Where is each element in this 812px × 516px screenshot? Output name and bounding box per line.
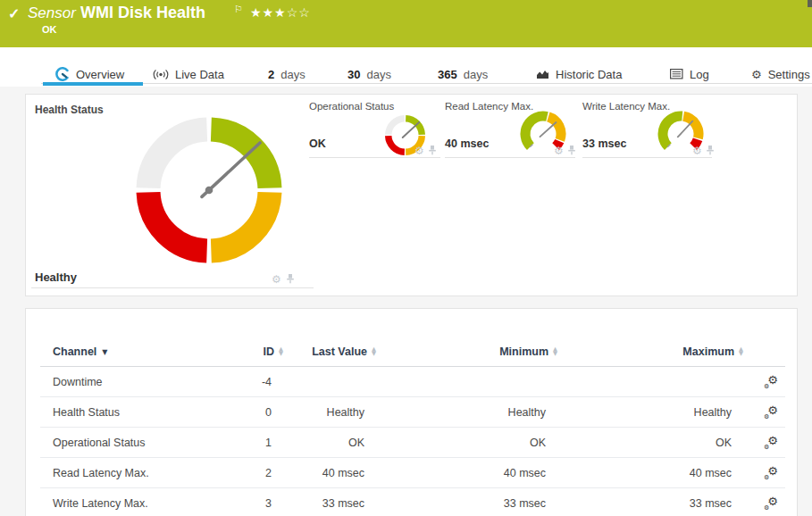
column-header-minimum[interactable]: Minimum ▲▼ [364, 345, 546, 366]
gauge-icon [55, 67, 70, 81]
cell-channel[interactable]: Read Latency Max. [53, 467, 231, 479]
column-header-last-value[interactable]: Last Value ▲▼ [272, 345, 364, 366]
cell-id: 2 [231, 467, 272, 479]
area-chart-icon [536, 69, 549, 79]
table-header-row: Channel ▼ ID ▲▼ Last Value ▲▼ Minimum ▲▼… [40, 309, 785, 367]
gauge-needle [540, 122, 557, 137]
channel-settings-icon[interactable]: ⚙⚙ [764, 466, 778, 480]
channel-settings-icon[interactable]: ⚙⚙ [764, 375, 778, 389]
tab-2-days[interactable]: 2 days [268, 64, 306, 84]
sort-icon: ▲▼ [739, 347, 743, 356]
channel-table-panel: Channel ▼ ID ▲▼ Last Value ▲▼ Minimum ▲▼… [25, 308, 798, 516]
gauge-divider [582, 157, 712, 158]
gear-icon[interactable]: ⚙ [692, 146, 702, 156]
tab-overview[interactable]: Overview [55, 64, 124, 84]
live-data-icon [153, 69, 169, 80]
tab-label: Overview [76, 68, 124, 81]
gauges-panel: Health Status Healthy ⚙ Operational Stat… [25, 94, 798, 296]
cell-minimum: OK [364, 437, 546, 449]
log-list-icon [670, 69, 683, 79]
cell-maximum: 33 msec [546, 497, 732, 510]
cell-minimum: Healthy [364, 406, 546, 419]
gear-icon[interactable]: ⚙ [272, 274, 281, 285]
health-gauge-title: Health Status [35, 104, 104, 116]
cell-channel[interactable]: Downtime [53, 376, 231, 388]
table-row: Health Status 0 Healthy Healthy Healthy … [40, 397, 785, 428]
sort-desc-icon: ▼ [102, 348, 107, 356]
cell-minimum: 33 msec [364, 497, 546, 510]
write-latency-gauge-value: 33 msec [582, 137, 626, 150]
gauge-needle [403, 122, 420, 137]
pin-icon[interactable] [706, 145, 715, 155]
gear-icon[interactable]: ⚙ [554, 146, 564, 156]
status-badge: OK [42, 24, 57, 35]
column-header-channel[interactable]: Channel ▼ [53, 345, 231, 366]
operational-gauge-title: Operational Status [309, 101, 394, 112]
cell-channel[interactable]: Write Latency Max. [53, 497, 231, 510]
gauge-divider [31, 287, 314, 288]
cell-last-value: 40 msec [272, 467, 364, 479]
tab-historic-data[interactable]: Historic Data [536, 64, 622, 84]
gear-icon[interactable]: ⚙ [414, 146, 424, 156]
tab-number: 30 [347, 68, 360, 81]
column-header-id[interactable]: ID ▲▼ [231, 345, 272, 366]
tab-settings[interactable]: ⚙ Settings [751, 64, 810, 84]
channel-settings-icon[interactable]: ⚙⚙ [764, 405, 778, 420]
pin-icon[interactable] [428, 145, 437, 155]
table-row: Operational Status 1 OK OK OK ⚙⚙ [40, 428, 785, 458]
cell-last-value: OK [272, 437, 364, 449]
prtg-sensor-page: ✓ Sensor WMI Disk Health ⚐ ★★★☆☆ OK Over… [0, 0, 812, 516]
cell-minimum: 40 msec [364, 467, 546, 479]
tab-365-days[interactable]: 365 days [438, 64, 488, 84]
gear-icon: ⚙ [751, 68, 762, 81]
cell-id: 1 [231, 437, 272, 449]
pin-icon[interactable] [567, 145, 576, 155]
cell-channel[interactable]: Health Status [53, 406, 231, 419]
cell-id: 3 [231, 497, 272, 510]
gauge-needle [678, 121, 693, 137]
gauge-divider [309, 157, 440, 158]
table-row: Read Latency Max. 2 40 msec 40 msec 40 m… [40, 458, 785, 488]
table-row: Downtime -4 ⚙⚙ [40, 367, 785, 397]
cell-maximum: Healthy [546, 406, 732, 419]
tab-label: Historic Data [556, 68, 622, 81]
health-gauge-value: Healthy [35, 270, 77, 284]
operational-gauge-value: OK [309, 137, 326, 150]
table-row: Write Latency Max. 3 33 msec 33 msec 33 … [40, 488, 785, 516]
tab-label: Settings [768, 68, 810, 81]
tab-label: Log [690, 68, 709, 81]
object-kind-label: Sensor [28, 4, 76, 22]
status-check-icon: ✓ [8, 5, 20, 22]
cell-maximum: OK [546, 437, 732, 449]
scrollbar-corner [808, 0, 812, 7]
tab-30-days[interactable]: 30 days [347, 64, 391, 84]
channel-settings-icon[interactable]: ⚙⚙ [764, 436, 778, 450]
priority-stars[interactable]: ★★★☆☆ [250, 5, 311, 20]
cell-channel[interactable]: Operational Status [53, 437, 231, 449]
tab-log[interactable]: Log [670, 64, 709, 84]
tab-number: 365 [438, 68, 457, 81]
cell-last-value: 33 msec [272, 497, 364, 510]
page-title: WMI Disk Health [80, 4, 205, 22]
channel-settings-icon[interactable]: ⚙⚙ [764, 496, 778, 511]
column-header-maximum[interactable]: Maximum ▲▼ [546, 345, 732, 366]
cell-last-value: Healthy [272, 406, 364, 419]
tab-number: 2 [268, 68, 274, 81]
read-latency-gauge-value: 40 msec [445, 137, 489, 150]
flag-icon[interactable]: ⚐ [234, 4, 243, 15]
tab-live-data[interactable]: Live Data [153, 64, 224, 84]
tab-unit: days [464, 68, 488, 81]
gauge-divider [445, 157, 575, 158]
cell-id: 0 [231, 406, 272, 419]
cell-maximum: 40 msec [546, 467, 732, 479]
tab-unit: days [280, 68, 305, 81]
sensor-header: ✓ Sensor WMI Disk Health ⚐ ★★★☆☆ OK [0, 0, 812, 47]
health-status-gauge [133, 114, 285, 266]
cell-id: -4 [231, 376, 272, 388]
pin-icon[interactable] [286, 273, 295, 284]
tab-label: Live Data [175, 68, 224, 81]
tab-unit: days [366, 68, 390, 81]
